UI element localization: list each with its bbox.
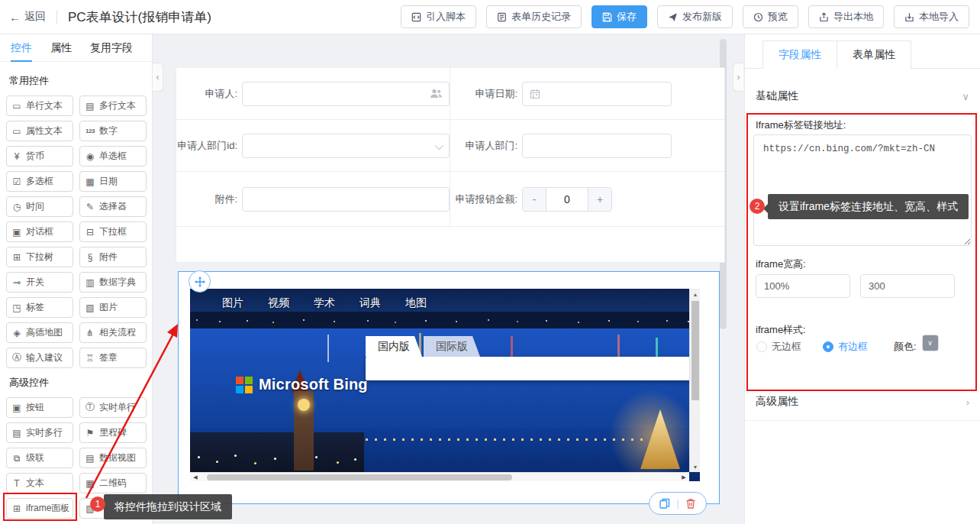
script-button[interactable]: 引入脚本 bbox=[401, 5, 476, 28]
component-button[interactable]: ▣按钮 bbox=[6, 397, 73, 418]
field-applicant[interactable]: 申请人: bbox=[176, 68, 450, 119]
component-iframe-panel[interactable]: ⊞iframe面板 bbox=[6, 498, 73, 519]
tab-controls[interactable]: 控件 bbox=[11, 34, 32, 62]
back-button[interactable]: ← 返回 bbox=[9, 10, 46, 24]
component-switch[interactable]: ⊸开关 bbox=[6, 272, 73, 293]
color-picker-button[interactable]: ∨ bbox=[923, 335, 938, 351]
iframe-widget-selected[interactable]: 图片视频学术词典地图 国内版 国际版 Microsoft Bing ▲ ▼ bbox=[178, 271, 720, 504]
scroll-down-arrow[interactable]: ▼ bbox=[690, 461, 700, 472]
component-milestone[interactable]: ⚑里程碑 bbox=[79, 422, 147, 443]
radio-with-border-label[interactable]: 有边框 bbox=[838, 340, 868, 354]
bing-nav-link[interactable]: 学术 bbox=[314, 296, 335, 310]
collapse-left-handle[interactable]: ‹ bbox=[153, 63, 163, 92]
component-single-line-text[interactable]: ▭单行文本 bbox=[6, 95, 73, 116]
component-dropdown[interactable]: ⊟下拉框 bbox=[79, 222, 147, 242]
component-text[interactable]: T文本 bbox=[6, 473, 73, 493]
component-attribute-text[interactable]: ▭属性文本 bbox=[6, 121, 73, 141]
bing-tab-international[interactable]: 国际版 bbox=[424, 336, 480, 357]
tab-reusable-fields[interactable]: 复用字段 bbox=[90, 34, 133, 62]
save-button[interactable]: 保存 bbox=[592, 5, 647, 28]
advanced-properties-section-header[interactable]: 高级属性 › bbox=[756, 395, 969, 409]
component-tag[interactable]: ◳标签 bbox=[6, 297, 73, 318]
horizontal-scroll-thumb[interactable] bbox=[207, 474, 512, 480]
component-date[interactable]: ▦日期 bbox=[79, 171, 147, 192]
stepper-plus-button[interactable]: + bbox=[588, 188, 611, 211]
component-qrcode[interactable]: ▦二维码 bbox=[79, 473, 147, 493]
history-button[interactable]: 表单历史记录 bbox=[486, 5, 582, 28]
export-button[interactable]: 导出本地 bbox=[808, 5, 884, 28]
component-dialog[interactable]: ▣对话框 bbox=[6, 222, 73, 242]
component-stamp[interactable]: ♖签章 bbox=[79, 348, 147, 368]
attachment-input[interactable] bbox=[242, 187, 450, 212]
iframe-vertical-scrollbar[interactable]: ▲ ▼ bbox=[689, 289, 700, 472]
radio-no-border-label[interactable]: 无边框 bbox=[772, 340, 801, 354]
preview-button[interactable]: 预览 bbox=[743, 5, 798, 28]
number-icon: 123 bbox=[85, 128, 95, 134]
component-background[interactable]: ▧ bbox=[79, 498, 147, 519]
basic-properties-section-header[interactable]: 基础属性 ∨ bbox=[756, 89, 969, 103]
iframe-horizontal-scrollbar[interactable]: ◀ ▶ bbox=[190, 472, 689, 481]
vertical-scroll-thumb[interactable] bbox=[691, 301, 699, 400]
tab-form-properties[interactable]: 表单属性 bbox=[837, 40, 911, 69]
dept-id-select[interactable] bbox=[242, 134, 450, 158]
dept-input[interactable] bbox=[522, 134, 672, 158]
scroll-left-arrow[interactable]: ◀ bbox=[190, 473, 201, 481]
component-attachment[interactable]: §附件 bbox=[79, 247, 147, 267]
stepper-value[interactable]: 0 bbox=[546, 188, 588, 211]
iframe-width-input[interactable] bbox=[756, 274, 850, 298]
bing-nav-link[interactable]: 视频 bbox=[268, 296, 289, 310]
tab-field-properties[interactable]: 字段属性 bbox=[762, 40, 837, 69]
component-image[interactable]: ▧图片 bbox=[79, 297, 147, 318]
component-cascade[interactable]: ⧉级联 bbox=[6, 448, 73, 468]
stepper-minus-button[interactable]: - bbox=[523, 188, 546, 211]
publish-button[interactable]: 发布新版 bbox=[657, 5, 733, 28]
component-checkbox[interactable]: ☑多选框 bbox=[6, 171, 73, 192]
bing-tab-domestic[interactable]: 国内版 bbox=[366, 336, 422, 357]
radio-no-border[interactable] bbox=[756, 341, 767, 352]
bing-nav-link[interactable]: 图片 bbox=[222, 296, 243, 310]
delete-icon[interactable] bbox=[685, 498, 696, 509]
bing-search-input[interactable] bbox=[366, 357, 699, 380]
chevron-down-icon bbox=[435, 141, 443, 149]
component-currency[interactable]: ¥货币 bbox=[6, 146, 73, 167]
form-row-empty[interactable] bbox=[176, 227, 724, 262]
component-realtime-single[interactable]: Ⓣ实时单行 bbox=[79, 397, 147, 418]
iframe-height-input[interactable] bbox=[860, 274, 955, 298]
iframe-url-textarea[interactable]: https://cn.bing.com/?mkt=zh-CN bbox=[753, 134, 972, 246]
move-handle[interactable] bbox=[189, 270, 211, 293]
field-attachment[interactable]: 附件: bbox=[176, 172, 450, 226]
tab-properties[interactable]: 属性 bbox=[50, 34, 72, 62]
component-flow[interactable]: ⋔相关流程 bbox=[79, 322, 147, 343]
logo-square bbox=[236, 386, 243, 393]
component-number[interactable]: 123数字 bbox=[79, 121, 147, 141]
radio-with-border[interactable] bbox=[823, 341, 833, 352]
iframe-size-inputs bbox=[756, 274, 955, 298]
component-map[interactable]: ◈高德地图 bbox=[6, 322, 73, 343]
form-row: 申请人部门id: 申请人部门: bbox=[176, 120, 724, 172]
component-tree-select[interactable]: ⊞下拉树 bbox=[6, 247, 73, 267]
scroll-up-arrow[interactable]: ▲ bbox=[690, 289, 700, 299]
color-label: 颜色: bbox=[894, 340, 917, 354]
component-time[interactable]: ◷时间 bbox=[6, 196, 73, 217]
preview-icon bbox=[753, 12, 763, 22]
apply-date-input[interactable] bbox=[522, 82, 672, 106]
import-button[interactable]: 本地导入 bbox=[894, 5, 969, 28]
component-data-view[interactable]: ▤数据视图 bbox=[79, 448, 147, 468]
component-realtime-multi[interactable]: ▤实时多行 bbox=[6, 422, 73, 443]
scroll-right-arrow[interactable]: ▶ bbox=[679, 473, 689, 481]
component-suggest[interactable]: Ⓐ输入建议 bbox=[6, 348, 73, 368]
bing-nav-link[interactable]: 地图 bbox=[405, 296, 427, 310]
field-amount[interactable]: 申请报销金额: - 0 + bbox=[450, 172, 724, 226]
amount-stepper[interactable]: - 0 + bbox=[522, 187, 612, 212]
bing-nav-link[interactable]: 词典 bbox=[359, 296, 381, 310]
field-dept[interactable]: 申请人部门: bbox=[450, 120, 724, 171]
component-radio[interactable]: ◉单选框 bbox=[79, 146, 147, 167]
component-multi-line-text[interactable]: ▤多行文本 bbox=[79, 95, 147, 116]
component-dictionary[interactable]: ▥数据字典 bbox=[79, 272, 147, 293]
field-apply-date[interactable]: 申请日期: bbox=[450, 68, 724, 119]
copy-icon[interactable] bbox=[659, 498, 670, 509]
collapse-right-handle[interactable]: › bbox=[733, 63, 743, 92]
applicant-input[interactable] bbox=[242, 82, 450, 106]
field-dept-id[interactable]: 申请人部门id: bbox=[176, 120, 450, 171]
component-picker[interactable]: ✎选择器 bbox=[79, 196, 147, 217]
